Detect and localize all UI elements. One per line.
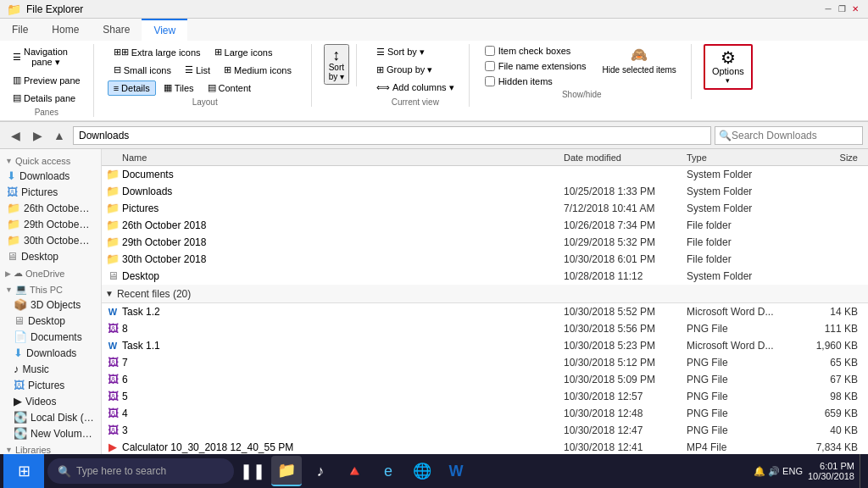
- item-check-boxes-toggle[interactable]: Item check boxes: [481, 44, 590, 58]
- table-row[interactable]: 🖼 5 10/30/2018 12:57 PNG File 98 KB: [102, 388, 868, 405]
- content-btn[interactable]: ▤ Content: [202, 80, 258, 96]
- group-by-button[interactable]: ☰ Sort by ▾: [370, 44, 460, 60]
- ribbon: File Home Share View ☰ Navigationpane ▾ …: [0, 19, 868, 122]
- ribbon-section-show-hide: Item check boxes File name extensions Hi…: [481, 44, 692, 99]
- sidebar-item-pictures-pc[interactable]: 🖼 Pictures: [0, 377, 101, 393]
- up-button[interactable]: ▲: [49, 125, 70, 146]
- taskbar-vlc[interactable]: 🔺: [339, 456, 370, 486]
- table-row[interactable]: 🖼 8 10/30/2018 5:56 PM PNG File 111 KB: [102, 320, 868, 337]
- sidebar-section-onedrive[interactable]: ▶ ☁ OneDrive: [0, 264, 101, 280]
- table-row[interactable]: W Task 1.2 10/30/2018 5:52 PM Microsoft …: [102, 303, 868, 320]
- sidebar-item-3dobjects[interactable]: 📦 3D Objects: [0, 297, 101, 313]
- taskbar-word[interactable]: W: [441, 456, 471, 486]
- sidebar-item-downloads-pc[interactable]: ⬇ Downloads: [0, 345, 101, 361]
- table-row[interactable]: W Task 1.1 10/30/2018 5:23 PM Microsoft …: [102, 337, 868, 354]
- table-row[interactable]: 🖼 4 10/30/2018 12:48 PNG File 659 KB: [102, 405, 868, 422]
- address-bar[interactable]: Downloads: [73, 126, 711, 145]
- sidebar-item-new-volume[interactable]: 💽 New Volume (D:): [0, 425, 101, 441]
- column-date[interactable]: Date modified: [564, 152, 687, 163]
- sidebar-item-desktop[interactable]: 🖥 Desktop: [0, 313, 101, 329]
- hide-selected-button[interactable]: 🙈 Hide selected items: [597, 44, 682, 77]
- table-row[interactable]: 🖼 7 10/30/2018 5:12 PM PNG File 65 KB: [102, 354, 868, 371]
- column-type[interactable]: Type: [687, 152, 805, 163]
- png-icon: 🖼: [105, 322, 120, 335]
- sidebar-item-music[interactable]: ♪ Music: [0, 361, 101, 377]
- small-icons-btn[interactable]: ⊟ Small icons: [108, 62, 177, 78]
- forward-button[interactable]: ▶: [27, 125, 47, 146]
- tab-view[interactable]: View: [142, 19, 187, 41]
- extra-large-icons-btn[interactable]: ⊞⊞ Extra large icons: [108, 44, 207, 60]
- table-row[interactable]: 📁 26th October 2018 10/26/2018 7:34 PM F…: [102, 217, 868, 234]
- hidden-items-checkbox[interactable]: [485, 76, 495, 86]
- tab-file[interactable]: File: [0, 19, 40, 41]
- table-row[interactable]: 📁 29th October 2018 10/29/2018 5:32 PM F…: [102, 234, 868, 251]
- png-icon: 🖼: [105, 407, 120, 419]
- task-view-button[interactable]: ❚❚: [237, 456, 268, 486]
- size-all-columns-button[interactable]: ⟺ Add columns ▾: [370, 80, 460, 96]
- sidebar-item-downloads[interactable]: ⬇ Downloads: [0, 168, 101, 184]
- medium-icons-btn[interactable]: ⊞ Medium icons: [218, 62, 298, 78]
- close-button[interactable]: ✕: [849, 3, 861, 15]
- search-box[interactable]: 🔍: [715, 126, 863, 145]
- recent-files-section-header[interactable]: ▼ Recent files (20): [102, 285, 868, 303]
- large-icon: ⊞: [214, 47, 222, 58]
- time-display: 6:01 PM: [808, 461, 854, 471]
- sidebar-item-29oct[interactable]: 📁 29th October 2018: [0, 216, 101, 232]
- sort-by-button[interactable]: ↕ Sortby ▾: [324, 44, 349, 85]
- item-check-boxes-checkbox[interactable]: [485, 46, 495, 56]
- table-row[interactable]: 🖼 6 10/30/2018 5:09 PM PNG File 67 KB: [102, 371, 868, 388]
- file-name-extensions-toggle[interactable]: File name extensions: [481, 59, 590, 73]
- large-icons-btn[interactable]: ⊞ Large icons: [209, 44, 279, 60]
- taskbar-search-box[interactable]: 🔍 Type here to search: [47, 458, 234, 484]
- sidebar-item-documents[interactable]: 📄 Documents: [0, 329, 101, 345]
- sidebar-item-30oct[interactable]: 📁 30th October 2018: [0, 232, 101, 248]
- search-input[interactable]: [732, 130, 859, 141]
- options-button[interactable]: ⚙ Options ▾: [704, 44, 753, 90]
- address-path: Downloads: [79, 130, 129, 141]
- sidebar-item-26oct[interactable]: 📁 26th October 2018: [0, 200, 101, 216]
- details-pane-button[interactable]: ▤ Details pane: [7, 90, 81, 106]
- details-view-btn[interactable]: ≡ Details: [108, 80, 156, 96]
- sidebar-item-videos[interactable]: ▶ Videos: [0, 393, 101, 409]
- taskbar-file-explorer[interactable]: 📁: [271, 456, 302, 486]
- chevron-right-icon: ▶: [5, 269, 11, 278]
- back-button[interactable]: ◀: [5, 125, 25, 146]
- tiles-btn[interactable]: ▦ Tiles: [158, 80, 200, 96]
- table-row[interactable]: 📁 Documents System Folder: [102, 166, 868, 183]
- ribbon-content: ☰ Navigationpane ▾ ▥ Preview pane ▤ Deta…: [0, 41, 868, 121]
- preview-pane-button[interactable]: ▥ Preview pane: [7, 72, 86, 88]
- list-btn[interactable]: ☰ List: [179, 62, 216, 78]
- hidden-items-toggle[interactable]: Hidden items: [481, 75, 590, 88]
- navigation-pane-button[interactable]: ☰ Navigationpane ▾: [7, 44, 74, 70]
- table-row[interactable]: 📁 Downloads 10/25/2018 1:33 PM System Fo…: [102, 183, 868, 200]
- tab-share[interactable]: Share: [91, 19, 142, 41]
- taskbar-media-player[interactable]: ♪: [305, 456, 336, 486]
- table-row[interactable]: 📁 30th October 2018 10/30/2018 6:01 PM F…: [102, 251, 868, 268]
- table-row[interactable]: ▶ Calculator 10_30_2018 12_40_55 PM 10/3…: [102, 439, 868, 456]
- taskbar-chrome[interactable]: 🌐: [407, 456, 437, 486]
- maximize-button[interactable]: ❐: [836, 3, 848, 15]
- videos-icon: ▶: [14, 395, 22, 408]
- preview-icon: ▥: [13, 75, 21, 86]
- sidebar-item-pictures[interactable]: 🖼 Pictures: [0, 184, 101, 200]
- file-name-extensions-checkbox[interactable]: [485, 61, 495, 71]
- folder-icon: 📁: [105, 219, 120, 231]
- sidebar-item-local-disk[interactable]: 💽 Local Disk (C:): [0, 409, 101, 425]
- taskbar-edge[interactable]: e: [373, 456, 403, 486]
- title-bar-left: 📁 File Explorer: [7, 3, 83, 16]
- show-desktop-btn[interactable]: [860, 454, 865, 488]
- png-icon: 🖼: [105, 424, 120, 436]
- table-row[interactable]: 📁 Pictures 7/12/2018 10:41 AM System Fol…: [102, 200, 868, 217]
- start-button[interactable]: ⊞: [3, 454, 44, 488]
- sidebar-section-quick-access[interactable]: ▼ Quick access: [0, 152, 101, 168]
- table-row[interactable]: 🖥 Desktop 10/28/2018 11:12 System Folder: [102, 268, 868, 285]
- column-name[interactable]: Name: [105, 152, 564, 163]
- add-columns-button[interactable]: ⊞ Group by ▾: [370, 62, 460, 78]
- folder-icon: 📁: [105, 252, 120, 265]
- table-row[interactable]: 🖼 3 10/30/2018 12:47 PNG File 40 KB: [102, 422, 868, 439]
- sidebar-section-this-pc[interactable]: ▼ 💻 This PC: [0, 280, 101, 297]
- column-size[interactable]: Size: [805, 152, 865, 163]
- minimize-button[interactable]: ─: [822, 3, 834, 15]
- sidebar-item-desktop-quick[interactable]: 🖥 Desktop: [0, 248, 101, 264]
- tab-home[interactable]: Home: [40, 19, 91, 41]
